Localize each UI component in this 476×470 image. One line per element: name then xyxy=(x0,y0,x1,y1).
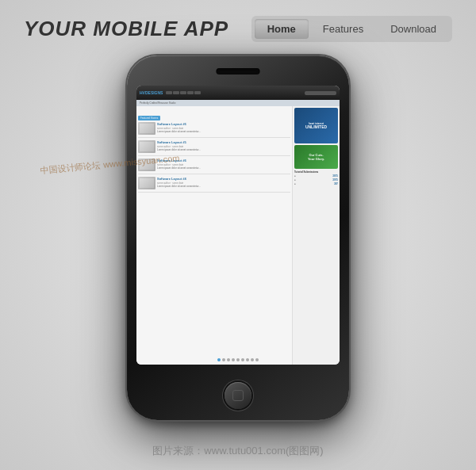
pag-dot-1 xyxy=(217,358,221,361)
stat-value-2: 3975 xyxy=(332,178,338,182)
nav-dot-2 xyxy=(173,91,179,94)
stat-label-3: ● xyxy=(294,182,296,185)
post-title-1: Software Layout #6 xyxy=(157,122,290,126)
watermark-bottom: 图片来源：www.tutu001.com(图图网) xyxy=(152,444,323,458)
logo-designs: DESIGNS xyxy=(145,90,163,95)
post-item-4: Software Layout #4 some author · some da… xyxy=(138,177,290,193)
post-info-2: Software Layout #5 some author · some da… xyxy=(157,140,290,153)
stats-title: Tutorial Submissions xyxy=(294,170,338,174)
sidebar-ad-1: heart internet UNLIMITED xyxy=(294,108,338,143)
post-item-3: Software Layout #6 some author · some da… xyxy=(138,159,290,174)
stat-value-3: 387 xyxy=(334,182,338,185)
post-title-4: Software Layout #4 xyxy=(157,177,290,181)
nav-home[interactable]: Home xyxy=(255,19,309,39)
post-thumb-3 xyxy=(138,159,155,171)
post-info-4: Software Layout #4 some author · some da… xyxy=(157,177,290,189)
post-desc-3: Lorem ipsum dolor sit amet consectetur..… xyxy=(157,167,290,170)
pag-dot-5 xyxy=(236,358,240,361)
stat-row-2: ● 3975 xyxy=(294,178,338,182)
post-thumb-2 xyxy=(138,140,155,153)
pag-dot-8 xyxy=(251,358,254,361)
post-item-1: Software Layout #6 some author · some da… xyxy=(138,122,290,138)
site-logo: HVDESIGNS xyxy=(140,90,163,95)
post-item-2: Software Layout #5 some author · some da… xyxy=(138,140,290,156)
screen-pagination xyxy=(136,358,292,361)
pag-dot-4 xyxy=(232,358,235,361)
stat-row-3: ● 387 xyxy=(294,182,338,185)
pag-dot-2 xyxy=(222,358,225,361)
phone-screen-bezel: HVDESIGNS Perfectly Crafted Resource Stu… xyxy=(136,86,340,365)
phone-mockup: HVDESIGNS Perfectly Crafted Resource Stu… xyxy=(127,55,349,420)
nav-dot-1 xyxy=(166,91,172,94)
nav-dot-3 xyxy=(180,91,186,94)
stat-value-1: 3875 xyxy=(332,174,338,178)
phone-home-button[interactable] xyxy=(225,382,251,409)
nav-features[interactable]: Features xyxy=(310,19,376,39)
post-title-3: Software Layout #6 xyxy=(157,159,290,162)
featured-label: Featured Stories xyxy=(138,116,160,120)
post-title-2: Software Layout #5 xyxy=(157,140,290,144)
ad2-line2: Your Glory. xyxy=(308,157,324,161)
site-sidebar: heart internet UNLIMITED Our Cuts. Your … xyxy=(292,106,340,365)
site-subheader: Perfectly Crafted Resource Studio xyxy=(136,100,340,106)
site-tagline: Perfectly Crafted Resource Studio xyxy=(140,101,175,105)
sidebar-stats: Tutorial Submissions ● 3875 ● 3975 ● xyxy=(294,170,338,185)
post-desc-4: Lorem ipsum dolor sit amet consectetur..… xyxy=(157,185,290,189)
pag-dot-7 xyxy=(246,358,249,361)
sidebar-ad-2: Our Cuts. Your Glory. xyxy=(294,145,338,169)
post-info-1: Software Layout #6 some author · some da… xyxy=(157,122,290,135)
stat-label-2: ● xyxy=(294,178,296,182)
post-thumb-1 xyxy=(138,122,155,135)
site-header: HVDESIGNS xyxy=(136,86,340,100)
phone-screen: HVDESIGNS Perfectly Crafted Resource Stu… xyxy=(136,86,340,365)
logo-hv: HV xyxy=(140,90,145,95)
phone-body: HVDESIGNS Perfectly Crafted Resource Stu… xyxy=(127,55,349,420)
site-content: Featured Stories Software Layout #6 some… xyxy=(136,106,340,365)
page-header: YOUR MOBILE APP Home Features Download xyxy=(0,16,476,42)
pag-dot-3 xyxy=(227,358,230,361)
app-title: YOUR MOBILE APP xyxy=(24,17,228,41)
stat-label-1: ● xyxy=(294,174,296,178)
navigation-bar: Home Features Download xyxy=(251,16,452,42)
ad2-text: Our Cuts. Your Glory. xyxy=(308,153,324,161)
site-main: Featured Stories Software Layout #6 some… xyxy=(136,106,292,365)
phone-speaker xyxy=(217,68,260,75)
post-desc-1: Lorem ipsum dolor sit amet consectetur..… xyxy=(157,131,290,134)
ad1-line2: UNLIMITED xyxy=(305,125,327,130)
post-desc-2: Lorem ipsum dolor sit amet consectetur..… xyxy=(157,149,290,152)
nav-dot-4 xyxy=(187,91,194,94)
site-nav-dots xyxy=(166,91,201,94)
post-thumb-4 xyxy=(138,177,155,189)
pag-dot-9 xyxy=(255,358,259,361)
site-search-bar xyxy=(305,91,336,95)
post-info-3: Software Layout #6 some author · some da… xyxy=(157,159,290,171)
nav-download[interactable]: Download xyxy=(378,19,449,39)
nav-dot-5 xyxy=(194,91,201,94)
pag-dot-6 xyxy=(241,358,244,361)
stat-row-1: ● 3875 xyxy=(294,174,338,178)
